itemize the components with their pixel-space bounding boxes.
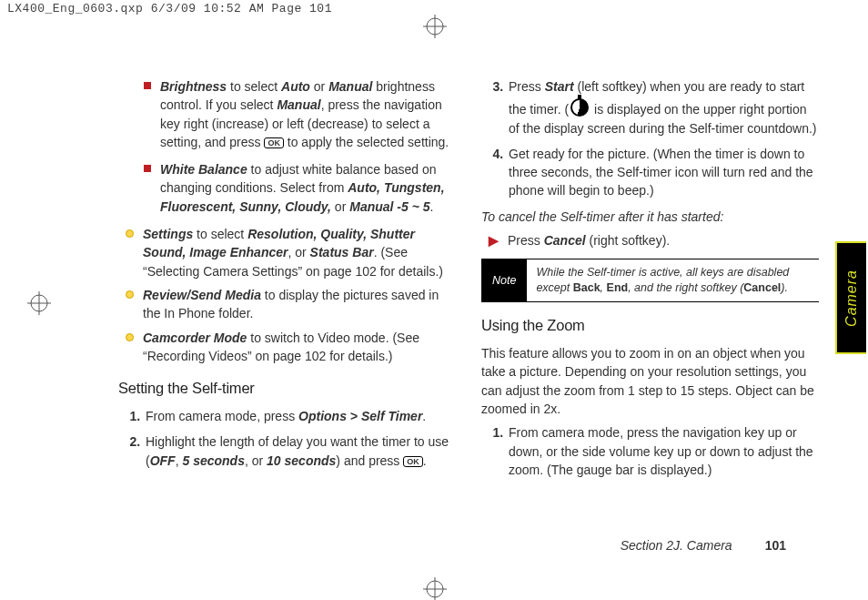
square-bullet-icon	[144, 82, 151, 89]
cancel-step: ▶ Press Cancel (right softkey).	[481, 231, 819, 249]
text: or	[310, 79, 328, 94]
text: (right softkey).	[586, 233, 671, 248]
bullet-review-send: Review/Send Media to display the picture…	[118, 286, 456, 323]
heading-self-timer: Setting the Self-timer	[118, 378, 456, 400]
term: White Balance	[160, 162, 247, 177]
text: or	[331, 199, 349, 214]
text: , and the right softkey (	[628, 281, 743, 294]
text: to select	[227, 79, 281, 94]
crop-mark-left-icon	[27, 291, 51, 315]
note-label: Note	[481, 259, 527, 302]
ok-key-icon: OK	[264, 137, 284, 148]
text: From camera mode, press	[146, 409, 298, 423]
term: Camcorder Mode	[143, 331, 247, 345]
term: OFF	[150, 453, 176, 468]
term: Manual	[277, 97, 320, 112]
self-timer-steps-cont: Press Start (left softkey) when you are …	[490, 77, 819, 200]
term: Options > Self Timer	[298, 409, 422, 423]
text: Press	[508, 233, 544, 248]
page-footer: Section 2J. Camera 101	[621, 538, 786, 553]
text: .	[422, 409, 426, 423]
heading-zoom: Using the Zoom	[481, 315, 819, 337]
term: Cancel	[544, 233, 586, 248]
text: , or	[288, 245, 309, 259]
text: Press	[509, 79, 545, 94]
bullet-camcorder-mode: Camcorder Mode to switch to Video mode. …	[118, 329, 456, 366]
side-tab-label: Camera	[843, 269, 860, 327]
sub-bullet-white-balance: White Balance to adjust white balance ba…	[118, 160, 456, 216]
crop-mark-top-icon	[423, 15, 447, 38]
zoom-paragraph: This feature allows you to zoom in on an…	[481, 344, 819, 418]
step-2: Highlight the length of delay you want t…	[144, 432, 456, 470]
crop-mark-bottom-icon	[423, 577, 447, 600]
key: Back	[573, 281, 601, 294]
text: to select	[193, 227, 247, 241]
footer-page-number: 101	[765, 538, 786, 553]
term: Start	[545, 79, 574, 94]
press-header: LX400_Eng_0603.qxp 6/3/09 10:52 AM Page …	[7, 2, 332, 15]
term: 10 seconds	[267, 453, 336, 468]
dot-bullet-icon	[126, 290, 134, 299]
note-box: Note While the Self-timer is active, all…	[481, 259, 819, 302]
step-1: From camera mode, press Options > Self T…	[144, 407, 456, 425]
text: .	[430, 199, 434, 214]
zoom-step-1: From camera mode, press the navigation k…	[507, 423, 819, 479]
ok-key-icon: OK	[403, 456, 423, 467]
term: Settings	[143, 227, 193, 241]
term: Review/Send Media	[143, 288, 261, 302]
sub-bullet-brightness: Brightness to select Auto or Manual brig…	[118, 77, 456, 151]
right-column: Press Start (left softkey) when you are …	[481, 77, 819, 486]
arrow-icon: ▶	[489, 231, 499, 249]
term: 5 seconds	[182, 453, 244, 468]
text: to apply the selected setting.	[284, 135, 449, 149]
term: Manual -5 ~ 5	[349, 199, 429, 214]
text: ).	[781, 281, 788, 294]
side-tab-camera: Camera	[835, 241, 866, 354]
left-column: Brightness to select Auto or Manual brig…	[118, 77, 456, 486]
key: Cancel	[743, 281, 781, 294]
text: ) and press	[336, 453, 403, 468]
self-timer-steps: From camera mode, press Options > Self T…	[127, 407, 456, 470]
page-body: Brightness to select Auto or Manual brig…	[118, 77, 819, 486]
text: .	[423, 453, 427, 468]
self-timer-icon	[570, 98, 589, 117]
key: End	[607, 281, 629, 294]
dot-bullet-icon	[126, 333, 134, 341]
term: Brightness	[160, 79, 227, 94]
note-text: While the Self-timer is active, all keys…	[527, 259, 819, 302]
cancel-heading: To cancel the Self-timer after it has st…	[481, 209, 723, 224]
square-bullet-icon	[144, 165, 151, 172]
text: , or	[245, 453, 267, 468]
term: Auto	[281, 79, 310, 94]
bullet-settings: Settings to select Resolution, Quality, …	[118, 225, 456, 280]
zoom-steps: From camera mode, press the navigation k…	[490, 423, 819, 479]
step-3: Press Start (left softkey) when you are …	[507, 77, 819, 137]
dot-bullet-icon	[126, 229, 134, 238]
term: Status Bar	[310, 245, 374, 259]
term: Manual	[328, 79, 372, 94]
step-4: Get ready for the picture. (When the tim…	[507, 145, 819, 200]
text: ,	[601, 281, 607, 294]
footer-section: Section 2J. Camera	[621, 538, 732, 553]
